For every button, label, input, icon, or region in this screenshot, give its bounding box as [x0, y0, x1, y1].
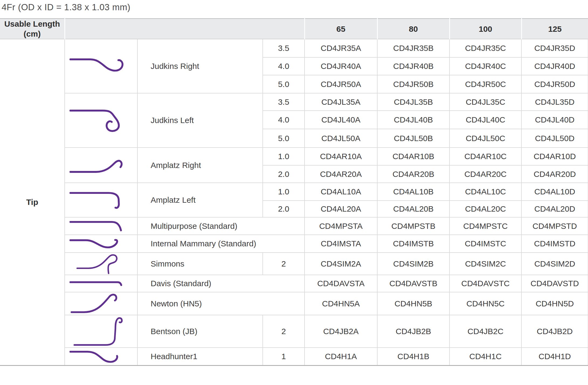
catalog-number: CD4DAVSTC [449, 275, 521, 292]
tip-size: 4.0 [263, 57, 305, 75]
catalog-number: CD4JL50D [521, 129, 588, 148]
catalog-number: CD4MPSTA [305, 217, 377, 235]
catalog-number: CD4JB2A [305, 315, 377, 348]
catalog-number: CD4SIM2A [305, 253, 377, 275]
catalog-number: CD4JB2B [377, 315, 449, 348]
catalog-number: CD4HN5A [305, 292, 377, 315]
catalog-number: CD4JR50A [305, 75, 377, 93]
table-row: Tip Judkins Right 3.5 CD4JR35A CD4JR35B … [0, 39, 588, 57]
catalog-number: CD4JR40D [521, 57, 588, 75]
catalog-number: CD4SIM2C [449, 253, 521, 275]
amplatz-left-curve-icon [70, 190, 133, 210]
catalog-number: CD4JL40D [521, 111, 588, 129]
catalog-number: CD4AR10B [377, 148, 449, 165]
tip-shape-cell [65, 292, 137, 315]
catalog-number: CD4SIM2D [521, 253, 588, 275]
tip-name: Simmons [137, 253, 263, 275]
catalog-number: CD4JL35D [521, 93, 588, 111]
catalog-number: CD4JL40C [449, 111, 521, 129]
catalog-number: CD4AR10A [305, 148, 377, 165]
catalog-number: CD4H1C [449, 348, 521, 365]
internal-mammary-curve-icon [70, 236, 133, 251]
bentson-curve-icon [70, 316, 133, 347]
table-row: Newton (HN5) CD4HN5A CD4HN5B CD4HN5C CD4… [0, 292, 588, 315]
page-title: 4Fr (OD x ID = 1.38 x 1.03 mm) [2, 2, 130, 12]
tip-name: Judkins Left [137, 93, 263, 148]
catalog-number: CD4JR35B [377, 39, 449, 57]
tip-shape-cell [65, 217, 137, 235]
tip-size: 3.5 [263, 93, 305, 111]
table-row: Davis (Standard) CD4DAVSTA CD4DAVSTB CD4… [0, 275, 588, 292]
catalog-number: CD4IMSTB [377, 235, 449, 253]
tip-name: Bentson (JB) [137, 315, 263, 348]
catalog-number: CD4AR10C [449, 148, 521, 165]
judkins-left-curve-icon [70, 108, 133, 133]
tip-size: 2 [263, 253, 305, 275]
catalog-number: CD4JR50D [521, 75, 588, 93]
length-100-header: 100 [449, 19, 521, 39]
tip-row-label: Tip [0, 39, 65, 365]
catalog-number: CD4MPSTB [377, 217, 449, 235]
catalog-number: CD4JL50B [377, 129, 449, 148]
catalog-number: CD4AL10C [449, 183, 521, 201]
catalog-number: CD4JL40B [377, 111, 449, 129]
catalog-number: CD4JR35A [305, 39, 377, 57]
catalog-number: CD4JR40A [305, 57, 377, 75]
catalog-number: CD4JL40A [305, 111, 377, 129]
catalog-number: CD4JR50B [377, 75, 449, 93]
tip-size: 2 [263, 315, 305, 348]
catalog-number: CD4JL35A [305, 93, 377, 111]
catalog-number: CD4HN5C [449, 292, 521, 315]
catalog-number: CD4AL20A [305, 201, 377, 217]
tip-name: Amplatz Left [137, 183, 263, 217]
tip-shape-cell [65, 253, 137, 275]
catalog-number: CD4JR40C [449, 57, 521, 75]
table-row: Judkins Left 3.5 CD4JL35A CD4JL35B CD4JL… [0, 93, 588, 111]
catalog-number: CD4SIM2B [377, 253, 449, 275]
tip-shape-cell [65, 235, 137, 253]
catheter-catalog-table: Usable Length (cm) 65 80 100 125 Tip Jud… [0, 18, 588, 366]
table-row: Amplatz Left 1.0 CD4AL10A CD4AL10B CD4AL… [0, 183, 588, 201]
table-row: Internal Mammary (Standard) CD4IMSTA CD4… [0, 235, 588, 253]
catalog-number: CD4AR20C [449, 165, 521, 183]
catalog-number: CD4JR35C [449, 39, 521, 57]
tip-name: Newton (HN5) [137, 292, 305, 315]
catalog-number: CD4HN5B [377, 292, 449, 315]
catalog-number: CD4H1A [305, 348, 377, 365]
tip-size: 3.5 [263, 39, 305, 57]
tip-shape-cell [65, 183, 137, 217]
tip-shape-cell [65, 275, 137, 292]
catalog-number: CD4MPSTD [521, 217, 588, 235]
tip-size: 4.0 [263, 111, 305, 129]
newton-curve-icon [70, 293, 133, 314]
amplatz-right-curve-icon [70, 156, 133, 175]
catalog-number: CD4JR40B [377, 57, 449, 75]
catalog-number: CD4AL20D [521, 201, 588, 217]
catalog-number: CD4AL10B [377, 183, 449, 201]
tip-size: 5.0 [263, 129, 305, 148]
multipurpose-curve-icon [70, 220, 133, 233]
tip-name: Judkins Right [137, 39, 263, 93]
catalog-number: CD4DAVSTB [377, 275, 449, 292]
tip-size: 1 [263, 348, 305, 365]
usable-length-header: Usable Length (cm) [0, 19, 65, 39]
tip-shape-cell [65, 348, 137, 365]
length-125-header: 125 [521, 19, 588, 39]
tip-name: Headhunter1 [137, 348, 263, 365]
headhunter-curve-icon [70, 349, 133, 364]
tip-shape-cell [65, 39, 137, 93]
davis-curve-icon [70, 279, 133, 288]
tip-name: Amplatz Right [137, 148, 263, 183]
tip-name: Multipurpose (Standard) [137, 217, 305, 235]
catalog-number: CD4JR35D [521, 39, 588, 57]
catalog-number: CD4JB2C [449, 315, 521, 348]
header-row: Usable Length (cm) 65 80 100 125 [0, 19, 588, 39]
catalog-number: CD4JL50C [449, 129, 521, 148]
table-row: Amplatz Right 1.0 CD4AR10A CD4AR10B CD4A… [0, 148, 588, 165]
tip-size: 5.0 [263, 75, 305, 93]
table-row: Simmons 2 CD4SIM2A CD4SIM2B CD4SIM2C CD4… [0, 253, 588, 275]
catalog-number: CD4AR20B [377, 165, 449, 183]
catalog-number: CD4JL50A [305, 129, 377, 148]
length-65-header: 65 [305, 19, 377, 39]
catalog-number: CD4JB2D [521, 315, 588, 348]
